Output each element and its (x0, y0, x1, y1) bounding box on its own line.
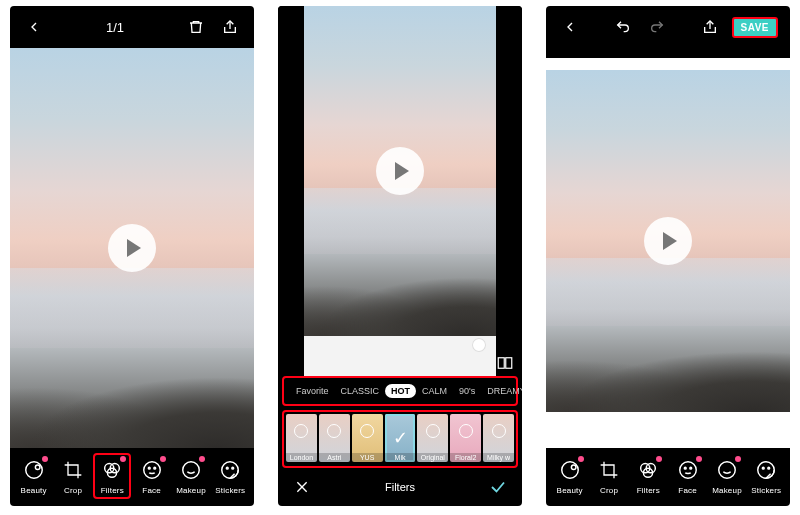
back-icon[interactable] (558, 15, 582, 39)
back-icon[interactable] (22, 15, 46, 39)
confirm-bar: Filters (278, 468, 522, 506)
redo-icon[interactable] (645, 15, 669, 39)
svg-point-18 (561, 462, 578, 479)
category-hot[interactable]: HOT (385, 384, 416, 398)
svg-point-24 (684, 467, 686, 469)
tool-beauty[interactable]: Beauty (551, 457, 589, 495)
svg-point-5 (143, 462, 160, 479)
svg-point-26 (719, 462, 736, 479)
tool-makeup[interactable]: Makeup (708, 457, 746, 495)
svg-point-1 (35, 465, 40, 470)
tool-filters[interactable]: Filters (93, 453, 131, 499)
play-icon[interactable] (108, 224, 156, 272)
svg-point-10 (227, 467, 229, 469)
filter-category-row: Favorite CLASSIC HOT CALM 90's DREAMY (282, 376, 518, 406)
tool-makeup[interactable]: Makeup (172, 457, 210, 495)
tool-crop[interactable]: Crop (590, 457, 628, 495)
canvas-area (546, 48, 790, 448)
media-preview[interactable] (546, 70, 790, 412)
screen-edit-main: 1/1 Beauty Crop Filters Face (10, 6, 254, 506)
media-preview[interactable] (304, 6, 497, 336)
svg-rect-17 (774, 430, 780, 441)
intensity-slider[interactable] (304, 336, 497, 376)
close-icon[interactable] (290, 475, 314, 499)
filter-london[interactable]: London (286, 414, 317, 462)
svg-point-8 (183, 462, 200, 479)
filter-mik[interactable]: ✓Mik (385, 414, 416, 462)
category-calm[interactable]: CALM (416, 384, 453, 398)
tool-beauty[interactable]: Beauty (15, 457, 53, 495)
filter-yus[interactable]: YUS (352, 414, 383, 462)
tool-row: Beauty Crop Filters Face Makeup Stickers (10, 448, 254, 506)
filter-floral2[interactable]: Floral2 (450, 414, 481, 462)
category-favorite[interactable]: Favorite (290, 384, 335, 398)
undo-icon[interactable] (611, 15, 635, 39)
svg-point-7 (153, 467, 155, 469)
svg-rect-16 (766, 430, 772, 441)
filter-thumbs: London Astri YUS ✓Mik Original Floral2 M… (282, 410, 518, 468)
svg-rect-12 (498, 358, 504, 369)
media-preview[interactable] (10, 48, 254, 448)
tool-row: Beauty Crop Filters Face Makeup Stickers (546, 448, 790, 506)
svg-point-6 (148, 467, 150, 469)
svg-point-25 (689, 467, 691, 469)
confirm-icon[interactable] (486, 475, 510, 499)
share-icon[interactable] (698, 15, 722, 39)
screen-filters-panel: Favorite CLASSIC HOT CALM 90's DREAMY Lo… (278, 6, 522, 506)
play-icon[interactable] (376, 147, 424, 195)
svg-point-23 (679, 462, 696, 479)
tool-filters[interactable]: Filters (629, 457, 667, 495)
filter-astri[interactable]: Astri (319, 414, 350, 462)
category-90s[interactable]: 90's (453, 384, 481, 398)
tool-crop[interactable]: Crop (54, 457, 92, 495)
top-bar: SAVE (546, 6, 790, 48)
canvas-area (278, 6, 522, 376)
filter-milky[interactable]: Milky w (483, 414, 514, 462)
play-icon[interactable] (644, 217, 692, 265)
filter-original[interactable]: Original (417, 414, 448, 462)
page-counter: 1/1 (46, 20, 184, 35)
save-button[interactable]: SAVE (732, 17, 779, 38)
svg-point-0 (25, 462, 42, 479)
svg-rect-13 (506, 358, 512, 369)
top-bar: 1/1 (10, 6, 254, 48)
svg-point-28 (763, 467, 765, 469)
share-icon[interactable] (218, 15, 242, 39)
compare-icon[interactable] (496, 354, 514, 372)
tool-face[interactable]: Face (669, 457, 707, 495)
category-classic[interactable]: CLASSIC (335, 384, 386, 398)
svg-point-11 (232, 467, 234, 469)
tool-stickers[interactable]: Stickers (747, 457, 785, 495)
compare-icon[interactable] (764, 426, 782, 444)
screen-edit-save: SAVE Beauty Crop Filters Face (546, 6, 790, 506)
category-dreamy[interactable]: DREAMY (481, 384, 522, 398)
svg-point-29 (768, 467, 770, 469)
tool-face[interactable]: Face (133, 457, 171, 495)
tool-stickers[interactable]: Stickers (211, 457, 249, 495)
svg-point-19 (571, 465, 576, 470)
panel-title: Filters (385, 481, 415, 493)
delete-icon[interactable] (184, 15, 208, 39)
